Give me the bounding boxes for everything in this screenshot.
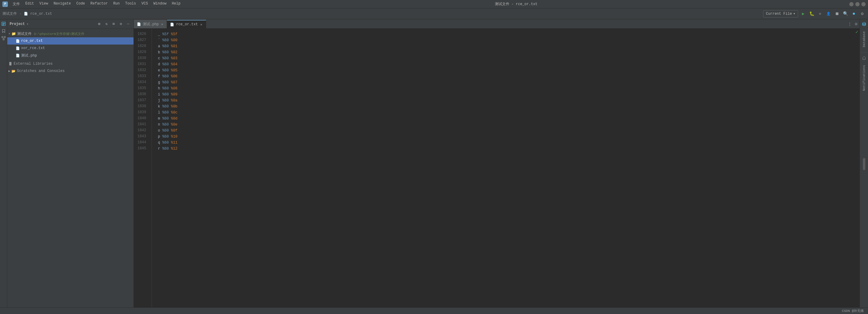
line-number: 1829 xyxy=(134,49,149,56)
notifications-icon[interactable] xyxy=(861,55,867,61)
file-label-rce-or: rce_or.txt xyxy=(21,39,43,43)
folder-path: D:\phpstorm文件存储\测试文件 xyxy=(34,32,84,36)
menu-help[interactable]: Help xyxy=(169,1,183,7)
new-file-btn[interactable]: ⊕ xyxy=(96,21,102,27)
tree-item-rce-or[interactable]: 📄 rce_or.txt xyxy=(7,37,133,44)
code-hex2: %5f xyxy=(171,31,178,37)
run-config-dropdown[interactable]: Current File ▾ xyxy=(763,10,798,18)
code-line: q %60 %11 xyxy=(152,140,860,146)
menu-view[interactable]: View xyxy=(37,1,51,7)
tab-more-button[interactable]: ⋮ xyxy=(846,20,853,28)
menu-tools[interactable]: Tools xyxy=(123,1,138,7)
code-hex2: %0c xyxy=(171,110,178,116)
close-button[interactable] xyxy=(861,2,866,6)
code-hex2: %01 xyxy=(171,43,178,49)
project-panel-wrapper: Project ▾ ⊕ ⇅ ⊞ ⚙ — ▾ 📁 测试文件 D:\ xyxy=(7,19,860,307)
code-char: k xyxy=(158,104,162,110)
code-hex2: %0b xyxy=(171,104,178,110)
menu-refactor[interactable]: Refactor xyxy=(88,1,110,7)
bookmark-icon[interactable] xyxy=(0,28,7,34)
project-panel: Project ▾ ⊕ ⇅ ⊞ ⚙ — ▾ 📁 测试文件 D:\ xyxy=(7,19,134,307)
tab-rce-or[interactable]: 📄 rce_or.txt ✕ xyxy=(167,20,206,28)
run-button[interactable]: ▶ xyxy=(800,10,807,17)
code-line: k %60 %0b xyxy=(152,104,860,110)
tree-item-test-php[interactable]: 📄 测试.php xyxy=(7,52,133,59)
code-hex1: %60 xyxy=(162,116,171,121)
panel-header-left: Project ▾ xyxy=(10,22,28,26)
file-txt-icon-2: 📄 xyxy=(16,46,20,50)
search-button[interactable]: 🔍 xyxy=(842,10,849,17)
filter-btn[interactable]: ⊞ xyxy=(111,21,117,27)
minimize-button[interactable] xyxy=(849,2,854,6)
sort-btn[interactable]: ⇅ xyxy=(103,21,110,27)
database-icon[interactable] xyxy=(861,21,867,28)
menu-navigate[interactable]: Navigate xyxy=(51,1,73,7)
breadcrumb-file[interactable]: rce_or.txt xyxy=(30,12,52,16)
user-avatar[interactable]: ● xyxy=(850,10,857,17)
tree-external-libraries[interactable]: ▐▌ External Libraries xyxy=(7,60,133,67)
svg-line-7 xyxy=(2,38,4,39)
menu-edit[interactable]: Edit xyxy=(23,1,36,7)
code-hex2: %05 xyxy=(171,67,178,73)
panel-expand-arrow[interactable]: ▾ xyxy=(27,22,28,26)
code-line: l %60 %0c xyxy=(152,110,860,116)
code-hex1: %60 xyxy=(162,43,171,49)
tab-bar: 📄 测试.php ✕ 📄 rce_or.txt ✕ ⋮ ⊡ xyxy=(134,19,860,29)
code-hex1: %60 xyxy=(162,67,171,73)
breadcrumb-root[interactable]: 测试文件 xyxy=(2,11,17,16)
code-line: _ %5f %5f xyxy=(152,31,860,37)
line-number: 1837 xyxy=(134,98,149,104)
breadcrumb-separator-1: › xyxy=(19,12,22,16)
menu-run[interactable]: Run xyxy=(111,1,122,7)
menu-vcs[interactable]: VCS xyxy=(139,1,150,7)
scrollbar[interactable] xyxy=(863,95,866,306)
database-label[interactable]: Database xyxy=(862,29,866,50)
maximize-button[interactable] xyxy=(855,2,860,6)
menu-code[interactable]: Code xyxy=(74,1,87,7)
tab-php-close[interactable]: ✕ xyxy=(161,22,164,27)
menu-file[interactable]: 文件 xyxy=(10,1,22,7)
code-hex1: %60 xyxy=(162,104,171,110)
menu-window[interactable]: Window xyxy=(151,1,169,7)
line-number: 1842 xyxy=(134,128,149,134)
svg-point-9 xyxy=(863,23,866,24)
code-char: f xyxy=(158,73,162,79)
settings-button[interactable]: ⚙ xyxy=(859,10,866,17)
code-hex2: %0f xyxy=(171,128,178,134)
collapse-btn[interactable]: — xyxy=(125,21,131,27)
code-hex1: %60 xyxy=(162,56,171,61)
tab-test-php[interactable]: 📄 测试.php ✕ xyxy=(134,20,167,28)
tab-bar-empty xyxy=(206,20,846,28)
notifications-label[interactable]: Notifications xyxy=(862,63,866,93)
project-icon[interactable] xyxy=(0,21,7,27)
line-number: 1839 xyxy=(134,110,149,116)
tree-scratches-consoles[interactable]: ▶ 📂 Scratches and Consoles xyxy=(7,67,133,75)
coverage-button[interactable]: ⊙ xyxy=(817,10,824,17)
tab-txt-close[interactable]: ✕ xyxy=(199,22,203,27)
code-hex1: %60 xyxy=(162,49,171,56)
app-logo: P xyxy=(2,1,8,7)
profile-button[interactable]: 👤 xyxy=(825,10,832,17)
folder-label: 测试文件 xyxy=(17,31,32,36)
stop-button[interactable]: ⏹ xyxy=(834,10,840,17)
menu-bar[interactable]: 文件 Edit View Navigate Code Refactor Run … xyxy=(10,1,183,7)
tree-item-xor-rce[interactable]: 📄 xor_rce.txt xyxy=(7,44,133,52)
tab-split-button[interactable]: ⊡ xyxy=(853,20,860,28)
debug-button[interactable]: 🐛 xyxy=(808,10,815,17)
structure-icon[interactable] xyxy=(0,35,7,41)
tree-root-folder[interactable]: ▾ 📁 测试文件 D:\phpstorm文件存储\测试文件 xyxy=(7,30,133,37)
line-number: 1828 xyxy=(134,43,149,49)
line-number: 1845 xyxy=(134,146,149,152)
code-hex1: %60 xyxy=(162,61,171,67)
folder-expand-arrow: ▾ xyxy=(8,32,10,36)
svg-line-8 xyxy=(4,38,5,39)
panel-title: Project xyxy=(10,22,25,26)
scrollbar-thumb[interactable] xyxy=(863,158,865,170)
code-area[interactable]: _ %5f %5f` %60 %00a %60 %01b %60 %02c %6… xyxy=(152,29,860,307)
svg-rect-1 xyxy=(2,23,5,24)
editor-content: 1826182718281829183018311832183318341835… xyxy=(134,29,860,307)
status-bar: CSDN @补无痛 xyxy=(0,307,868,314)
settings-btn[interactable]: ⚙ xyxy=(118,21,124,27)
code-line: j %60 %0a xyxy=(152,98,860,104)
line-number: 1833 xyxy=(134,73,149,79)
